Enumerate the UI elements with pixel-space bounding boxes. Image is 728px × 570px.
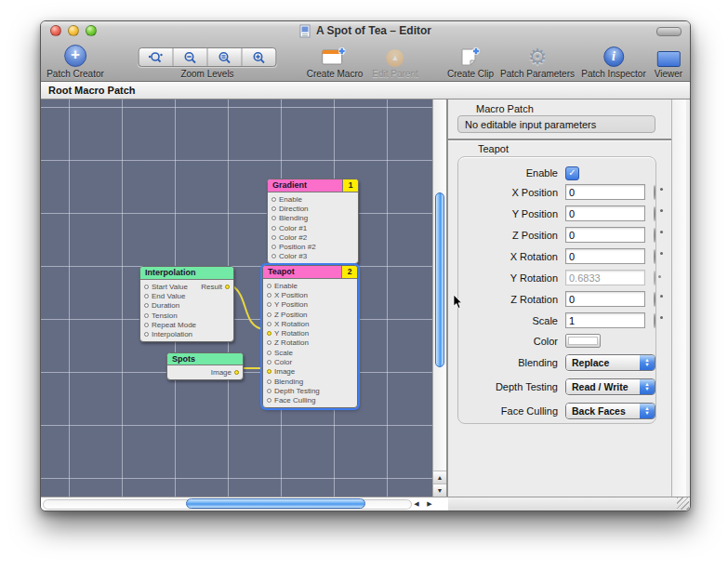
canvas-horizontal-scrollbar[interactable]: ◀ ▶ xyxy=(41,497,448,510)
port-dot[interactable] xyxy=(267,302,271,307)
output-port-dot-connected[interactable] xyxy=(225,285,230,289)
depth-testing-popup[interactable]: Read / Write ▲▼ xyxy=(565,378,655,395)
port-dot[interactable] xyxy=(144,303,149,308)
port-dot[interactable] xyxy=(144,323,149,327)
z-position-knob[interactable] xyxy=(654,228,655,243)
canvas-vertical-scrollbar[interactable]: ▲ ▼ xyxy=(432,99,446,497)
port-dot[interactable] xyxy=(267,293,271,298)
port-row[interactable]: X Rotation xyxy=(263,319,357,328)
z-rotation-field[interactable] xyxy=(565,291,645,307)
port-dot[interactable] xyxy=(267,398,271,403)
port-dot[interactable] xyxy=(271,216,276,220)
port-dot[interactable] xyxy=(144,313,149,318)
y-position-field[interactable] xyxy=(565,205,645,221)
toolbar-item-create-macro[interactable]: Create Macro xyxy=(307,46,364,79)
z-rotation-knob[interactable] xyxy=(654,292,655,307)
toolbar-item-viewer[interactable]: Viewer xyxy=(655,47,682,79)
enable-checkbox[interactable]: ✓ xyxy=(565,166,579,180)
x-position-field[interactable] xyxy=(565,184,645,200)
zoom-actual-size-button[interactable] xyxy=(139,48,174,66)
x-rotation-field[interactable] xyxy=(565,248,645,264)
color-well[interactable] xyxy=(565,334,601,348)
port-dot[interactable] xyxy=(267,379,271,384)
port-dot[interactable] xyxy=(271,197,276,202)
port-row[interactable]: Depth Testing xyxy=(263,386,357,395)
port-dot[interactable] xyxy=(267,284,271,288)
z-position-field[interactable] xyxy=(565,227,645,243)
port-row[interactable]: Tension xyxy=(140,311,233,320)
scroll-left-arrow[interactable]: ◀ xyxy=(411,498,422,510)
port-row[interactable]: Color #2 xyxy=(268,232,358,242)
vertical-scrollbar-thumb[interactable] xyxy=(435,192,444,367)
toolbar-item-create-clip[interactable]: Create Clip xyxy=(447,46,494,79)
port-row[interactable]: Repeat Mode xyxy=(140,320,233,329)
port-row[interactable]: Interpolation xyxy=(140,329,233,338)
port-dot[interactable] xyxy=(271,235,276,240)
port-dot[interactable] xyxy=(267,389,271,393)
port-row[interactable]: Image xyxy=(167,367,243,378)
port-dot[interactable] xyxy=(271,206,276,211)
toolbar-item-patch-parameters[interactable]: ⚙ Patch Parameters xyxy=(500,46,575,79)
port-row[interactable]: Z Position xyxy=(263,310,357,319)
port-dot[interactable] xyxy=(267,340,271,345)
port-dot[interactable] xyxy=(271,226,276,231)
x-position-knob[interactable] xyxy=(654,185,655,200)
port-dot[interactable] xyxy=(267,351,271,355)
title-bar[interactable]: A Spot of Tea – Editor xyxy=(41,21,690,40)
port-dot[interactable] xyxy=(144,294,149,298)
port-dot[interactable] xyxy=(144,332,149,337)
x-rotation-knob[interactable] xyxy=(654,249,655,264)
port-row[interactable]: Enable xyxy=(263,281,357,290)
panel-scrollbar-track[interactable] xyxy=(671,99,686,497)
zoom-fit-button[interactable] xyxy=(208,48,243,66)
resize-grip[interactable] xyxy=(677,497,689,510)
scroll-up-arrow[interactable]: ▲ xyxy=(433,471,446,484)
scroll-right-arrow[interactable]: ▶ xyxy=(424,498,435,510)
port-row[interactable]: Color #3 xyxy=(268,252,358,261)
port-row[interactable]: X Position xyxy=(263,290,357,299)
toolbar-item-patch-inspector[interactable]: i Patch Inspector xyxy=(581,46,645,79)
patch-canvas[interactable]: Gradient 1 Enable Direction Blending Col… xyxy=(41,99,432,497)
port-dot[interactable] xyxy=(271,254,276,258)
port-dot[interactable] xyxy=(271,245,276,249)
toolbar-toggle-pill[interactable] xyxy=(656,27,682,36)
port-dot[interactable] xyxy=(267,322,271,326)
horizontal-scrollbar-thumb[interactable] xyxy=(186,498,365,509)
y-position-knob[interactable] xyxy=(654,206,655,221)
port-row[interactable]: Image xyxy=(263,367,357,377)
port-row[interactable]: Blending xyxy=(263,377,357,386)
port-dot[interactable] xyxy=(144,285,149,289)
port-row[interactable]: Position #2 xyxy=(268,242,358,251)
blending-popup[interactable]: Replace ▲▼ xyxy=(565,354,655,371)
port-row[interactable]: Color xyxy=(263,357,357,366)
zoom-in-button[interactable] xyxy=(243,48,276,66)
toolbar-item-patch-creator[interactable]: + Patch Creator xyxy=(46,45,104,79)
port-row[interactable]: Enable xyxy=(268,194,358,204)
port-row[interactable]: Duration xyxy=(140,301,233,311)
node-teapot[interactable]: Teapot 2 Enable X Position Y Position Z … xyxy=(262,265,358,408)
node-interpolation[interactable]: Interpolation Start Value Result End Val… xyxy=(139,266,234,342)
port-row[interactable]: Y Position xyxy=(263,300,357,310)
port-row[interactable]: Scale xyxy=(263,348,357,357)
port-dot-connected[interactable] xyxy=(267,369,271,374)
port-row[interactable]: Z Rotation xyxy=(263,338,357,348)
node-gradient[interactable]: Gradient 1 Enable Direction Blending Col… xyxy=(267,179,359,264)
port-row[interactable]: Start Value Result xyxy=(140,282,233,291)
port-row[interactable]: End Value xyxy=(140,291,233,300)
port-row[interactable]: Y Rotation xyxy=(263,328,357,338)
output-port-dot-connected[interactable] xyxy=(234,370,239,375)
port-dot[interactable] xyxy=(267,312,271,317)
face-culling-popup[interactable]: Back Faces ▲▼ xyxy=(565,403,655,419)
node-spots[interactable]: Spots Image xyxy=(166,352,244,380)
scale-field[interactable] xyxy=(565,312,645,328)
port-dot-connected[interactable] xyxy=(267,331,271,336)
scale-knob[interactable] xyxy=(654,313,655,328)
port-row[interactable]: Face Culling xyxy=(263,396,357,405)
actual-size-icon xyxy=(149,51,164,64)
scroll-down-arrow[interactable]: ▼ xyxy=(433,484,446,497)
zoom-out-button[interactable] xyxy=(174,48,208,66)
port-row[interactable]: Direction xyxy=(268,204,358,213)
port-row[interactable]: Color #1 xyxy=(268,223,358,232)
port-dot[interactable] xyxy=(267,360,271,365)
port-row[interactable]: Blending xyxy=(268,214,358,223)
